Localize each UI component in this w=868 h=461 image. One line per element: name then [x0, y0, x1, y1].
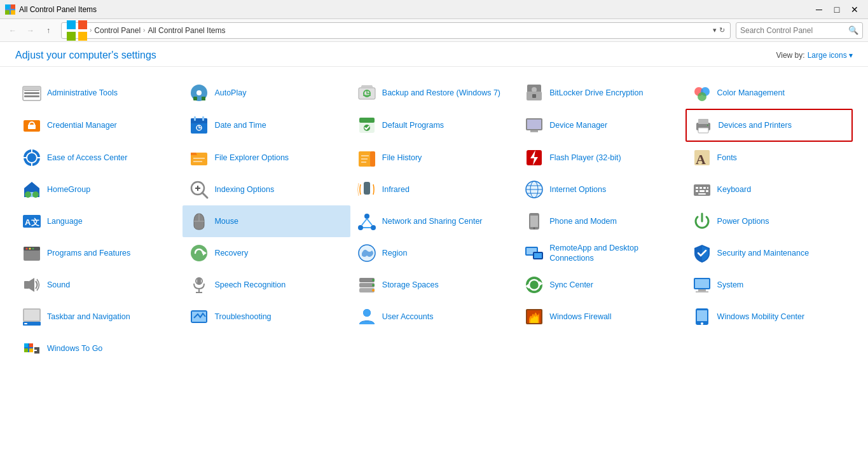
svg-rect-141 [24, 343, 28, 347]
svg-rect-51 [193, 158, 205, 159]
grid-item-file-explorer[interactable]: File Explorer Options [183, 142, 350, 174]
forward-button[interactable]: → [23, 23, 38, 38]
grid-item-file-history[interactable]: File History [350, 142, 518, 174]
svg-rect-57 [361, 162, 366, 163]
default-programs-icon [357, 115, 377, 135]
svg-rect-138 [697, 310, 707, 321]
grid-item-windows-to-go[interactable]: Windows To Go [15, 333, 183, 364]
grid-item-language[interactable]: A文Language [15, 205, 183, 237]
grid-item-administrative-tools[interactable]: Administrative Tools [15, 77, 183, 109]
breadcrumb-all-items[interactable]: All Control Panel Items [148, 26, 225, 35]
fonts-label: Fonts [717, 153, 737, 163]
svg-rect-38 [527, 120, 541, 129]
homegroup-icon [22, 179, 42, 200]
svg-rect-54 [370, 151, 375, 167]
svg-rect-32 [202, 116, 204, 121]
backup-restore-icon [357, 83, 377, 103]
grid-item-troubleshooting[interactable]: Troubleshooting [183, 301, 350, 333]
svg-rect-78 [707, 187, 708, 189]
grid-item-phone-modem[interactable]: Phone and Modem [518, 205, 685, 237]
grid-item-fonts[interactable]: AFonts [685, 142, 853, 174]
svg-rect-12 [23, 86, 41, 90]
close-button[interactable]: ✕ [846, 1, 863, 18]
phone-modem-label: Phone and Modem [549, 216, 617, 226]
grid-item-programs-features[interactable]: Programs and Features [15, 237, 183, 269]
grid-item-windows-mobility[interactable]: Windows Mobility Center [685, 301, 853, 333]
grid-item-sound[interactable]: Sound [15, 269, 183, 301]
grid-item-internet-options[interactable]: Internet Options [518, 174, 685, 205]
svg-point-14 [196, 90, 202, 95]
grid-item-indexing[interactable]: Indexing Options [183, 174, 350, 205]
grid-item-autoplay[interactable]: AutoPlay [183, 77, 350, 109]
grid-item-user-accounts[interactable]: User Accounts [350, 301, 518, 333]
svg-rect-6 [67, 32, 76, 41]
svg-rect-31 [194, 116, 196, 121]
svg-point-134 [363, 309, 371, 317]
grid-item-color-management[interactable]: Color Management [685, 77, 853, 109]
view-by-value[interactable]: Large icons ▾ [808, 51, 853, 60]
grid-item-bitlocker[interactable]: BitLocker Drive Encryption [518, 77, 685, 109]
svg-rect-80 [699, 190, 705, 192]
svg-line-91 [362, 219, 367, 225]
grid-item-sync-center[interactable]: Sync Center [518, 269, 685, 301]
svg-rect-142 [29, 343, 33, 347]
breadcrumb-control-panel[interactable]: Control Panel [94, 26, 141, 35]
grid-item-credential-manager[interactable]: Credential Manager [15, 109, 183, 142]
grid-item-storage-spaces[interactable]: Storage Spaces [350, 269, 518, 301]
grid-item-backup-restore[interactable]: Backup and Restore (Windows 7) [350, 77, 518, 109]
grid-item-homegroup[interactable]: HomeGroup [15, 174, 183, 205]
user-accounts-icon [357, 306, 377, 327]
grid-item-recovery[interactable]: Recovery [183, 237, 350, 269]
devices-printers-label: Devices and Printers [719, 120, 792, 130]
sound-label: Sound [47, 280, 70, 290]
grid-item-speech[interactable]: Speech Recognition [183, 269, 350, 301]
content-area: Administrative ToolsAutoPlayBackup and R… [0, 67, 868, 455]
sync-center-icon [524, 275, 544, 295]
back-button[interactable]: ← [5, 23, 20, 38]
navigation-bar: ← → ↑ › Control Panel › All Control Pane… [0, 19, 868, 42]
svg-rect-43 [707, 125, 708, 126]
windows-firewall-icon [524, 306, 544, 327]
sync-center-label: Sync Center [549, 280, 593, 290]
autoplay-icon [189, 83, 209, 103]
grid-item-default-programs[interactable]: Default Programs [350, 109, 518, 142]
maximize-button[interactable]: □ [829, 1, 845, 18]
programs-features-label: Programs and Features [47, 248, 130, 258]
grid-item-device-manager[interactable]: Device Manager [518, 109, 685, 142]
infrared-icon [357, 179, 377, 200]
grid-item-windows-firewall[interactable]: Windows Firewall [518, 301, 685, 333]
grid-item-security-maintenance[interactable]: Security and Maintenance [685, 237, 853, 269]
grid-item-flash-player[interactable]: Flash Player (32-bit) [518, 142, 685, 174]
grid-item-ease-access[interactable]: Ease of Access Center [15, 142, 183, 174]
refresh-button[interactable]: ↻ [719, 26, 725, 34]
troubleshooting-icon [189, 306, 209, 327]
programs-features-icon [22, 243, 42, 263]
grid-item-power-options[interactable]: Power Options [685, 205, 853, 237]
svg-point-88 [364, 214, 369, 219]
grid-item-taskbar[interactable]: Taskbar and Navigation [15, 301, 183, 333]
grid-item-mouse[interactable]: Mouse [183, 205, 350, 237]
grid-item-date-time[interactable]: Date and Time [183, 109, 350, 142]
grid-item-network-sharing[interactable]: Network and Sharing Center [350, 205, 518, 237]
phone-modem-icon [524, 211, 544, 231]
administrative-tools-icon [22, 83, 42, 103]
grid-item-system[interactable]: System [685, 269, 853, 301]
devices-printers-icon [693, 115, 713, 135]
autoplay-label: AutoPlay [214, 88, 246, 98]
grid-item-devices-printers[interactable]: Devices and Printers [685, 109, 853, 142]
svg-rect-52 [193, 161, 202, 162]
backup-restore-label: Backup and Restore (Windows 7) [382, 88, 500, 98]
svg-text:A: A [696, 151, 706, 167]
minimize-button[interactable]: ─ [811, 1, 827, 18]
svg-point-89 [358, 225, 363, 230]
search-input[interactable] [740, 26, 846, 35]
up-button[interactable]: ↑ [41, 23, 56, 38]
grid-item-remoteapp[interactable]: RemoteApp and Desktop Connections [518, 237, 685, 269]
internet-options-icon [524, 179, 544, 200]
items-grid: Administrative ToolsAutoPlayBackup and R… [15, 77, 853, 364]
grid-item-keyboard[interactable]: Keyboard [685, 174, 853, 205]
breadcrumb-separator: › [90, 27, 92, 34]
grid-item-region[interactable]: Region [350, 237, 518, 269]
address-dropdown-button[interactable]: ▾ [713, 26, 717, 34]
grid-item-infrared[interactable]: Infrared [350, 174, 518, 205]
